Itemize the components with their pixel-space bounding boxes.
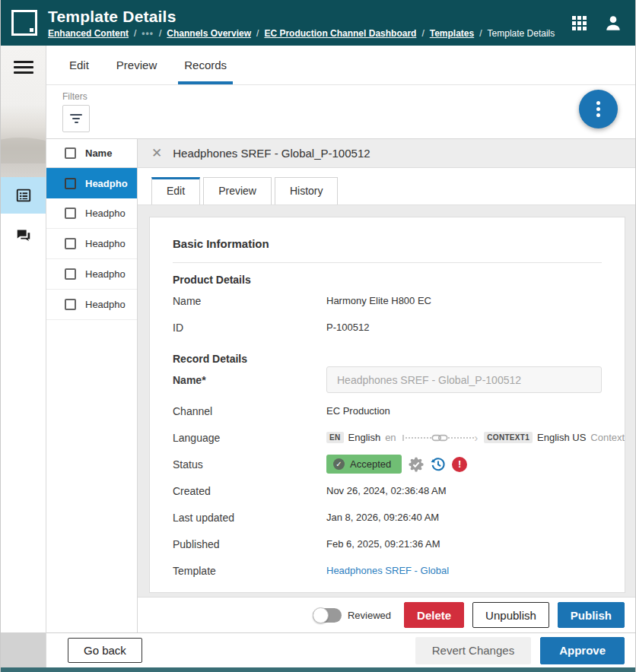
record-name: Headpho: [85, 238, 126, 249]
connector-dots: [448, 437, 474, 439]
field-value: Nov 26, 2024, 02:36:48 AM: [326, 485, 602, 496]
connector-dots: [405, 437, 431, 439]
field-label: Last updated: [173, 512, 326, 524]
field-value: EC Production: [326, 405, 602, 417]
delete-button[interactable]: Delete: [404, 602, 464, 628]
check-circle-icon: ✓: [333, 458, 345, 470]
field-value: P-100512: [326, 322, 602, 333]
name-column-header: Name: [85, 147, 112, 159]
record-row-4[interactable]: Headpho: [46, 259, 137, 290]
detail-tab-history[interactable]: History: [275, 177, 339, 204]
field-value: Feb 6, 2025, 09:21:36 AM: [326, 538, 602, 550]
breadcrumb-separator: /: [256, 28, 259, 39]
detail-tab-edit[interactable]: Edit: [151, 177, 200, 204]
row-checkbox[interactable]: [65, 238, 76, 249]
language-mapping: EN English en: [326, 432, 625, 444]
field-row-channel: Channel EC Production: [173, 398, 602, 424]
go-back-button[interactable]: Go back: [68, 638, 142, 663]
field-value: Jan 8, 2026, 09:26:40 AM: [326, 512, 602, 523]
tab-preview[interactable]: Preview: [106, 46, 167, 84]
field-row-product-id: ID P-100512: [173, 314, 602, 341]
breadcrumb-channels-overview[interactable]: Channels Overview: [167, 28, 251, 39]
sidebar-item-comments[interactable]: [1, 217, 46, 253]
version-history-icon[interactable]: [430, 456, 447, 473]
target-context-badge: CONTEXT1: [484, 432, 533, 443]
records-list-icon: [15, 187, 32, 204]
tab-records[interactable]: Records: [173, 46, 237, 84]
record-row-2[interactable]: Headpho: [46, 198, 137, 229]
comments-chat-icon: [15, 227, 32, 243]
more-actions-fab[interactable]: [579, 90, 618, 128]
record-row-1[interactable]: Headpho: [46, 168, 137, 198]
field-row-template: Template Headphones SREF - Global: [173, 557, 602, 584]
status-text: Accepted: [350, 458, 391, 470]
tab-edit[interactable]: Edit: [59, 46, 100, 84]
page-body: Edit Preview Records Filters: [1, 46, 635, 667]
field-label: Template: [173, 565, 326, 577]
toggle-knob: [313, 607, 329, 623]
filter-button[interactable]: [62, 105, 90, 132]
detail-tab-preview[interactable]: Preview: [203, 177, 272, 204]
revert-changes-button[interactable]: Revert Changes: [415, 637, 531, 664]
unpublish-button[interactable]: Unpublish: [472, 602, 549, 628]
publish-button[interactable]: Publish: [558, 602, 625, 628]
field-value: Harmony Elite H800 EC: [326, 295, 602, 306]
filter-icon: [70, 114, 82, 116]
link-chain-icon: [431, 433, 448, 443]
target-language-name: English US: [537, 432, 586, 443]
record-row-5[interactable]: Headpho: [46, 290, 137, 320]
field-label: Created: [173, 485, 326, 497]
source-language-badge: EN: [326, 432, 344, 443]
row-checkbox[interactable]: [65, 208, 76, 219]
target-context-name: Context1: [590, 432, 625, 443]
row-checkbox[interactable]: [65, 178, 76, 189]
status-badge: ✓ Accepted: [326, 455, 402, 474]
breadcrumb: Enhanced Content / ••• / Channels Overvi…: [48, 28, 563, 39]
detail-header: ✕ Headphones SREF - Global_P-100512: [138, 139, 635, 168]
record-row-3[interactable]: Headpho: [46, 229, 137, 259]
row-checkbox[interactable]: [65, 299, 76, 310]
bottom-teal-strip: [1, 667, 635, 672]
footer-right-buttons: Revert Changes Approve: [415, 637, 625, 664]
verified-seal-icon[interactable]: [408, 456, 425, 473]
sidebar-item-records[interactable]: [1, 177, 46, 214]
breadcrumb-collapsed-ellipsis[interactable]: •••: [142, 28, 154, 39]
template-link[interactable]: Headphones SREF - Global: [326, 565, 449, 576]
field-label: Language: [173, 432, 326, 444]
breadcrumb-enhanced-content[interactable]: Enhanced Content: [48, 28, 129, 39]
approve-button[interactable]: Approve: [540, 637, 625, 664]
connector-tick: [402, 435, 404, 441]
reviewed-toggle[interactable]: [313, 608, 342, 623]
field-row-language: Language EN English en: [173, 424, 602, 451]
filters-label: Filters: [62, 91, 635, 102]
content-row: Name Headpho Headpho Headpho: [46, 138, 635, 632]
filter-bar: Filters: [46, 85, 635, 138]
record-name: Headpho: [85, 299, 126, 310]
source-language-locale: en: [385, 432, 396, 443]
error-alert-icon[interactable]: !: [452, 457, 467, 472]
field-label: ID: [173, 322, 326, 334]
record-name-input[interactable]: [326, 366, 602, 393]
detail-title: Headphones SREF - Global_P-100512: [173, 147, 370, 160]
app-switcher-grid-icon[interactable]: [572, 16, 587, 30]
breadcrumb-templates[interactable]: Templates: [430, 28, 474, 39]
record-name: Headpho: [85, 178, 128, 189]
detail-action-bar: Reviewed Delete Unpublish Publish: [138, 597, 635, 632]
row-checkbox[interactable]: [65, 268, 76, 280]
close-icon[interactable]: ✕: [151, 147, 162, 160]
breadcrumb-separator: /: [134, 28, 136, 39]
hamburger-menu-icon[interactable]: [14, 61, 33, 74]
user-profile-icon[interactable]: [603, 13, 623, 33]
breadcrumb-ec-production-channel-dashboard[interactable]: EC Production Channel Dashboard: [264, 28, 416, 39]
header-text: Template Details Enhanced Content / ••• …: [48, 7, 563, 38]
page-title: Template Details: [48, 7, 563, 26]
records-list: Name Headpho Headpho Headpho: [46, 139, 138, 632]
header-icons: [572, 13, 623, 33]
connector-arrow-icon: ›: [475, 432, 479, 444]
detail-body: Basic Information Product Details Name H…: [138, 204, 635, 597]
field-row-created: Created Nov 26, 2024, 02:36:48 AM: [173, 477, 602, 504]
record-details-heading: Record Details: [173, 353, 602, 365]
select-all-checkbox[interactable]: [65, 147, 76, 159]
sidebar-background-image: [1, 46, 46, 177]
basic-information-card: Basic Information Product Details Name H…: [149, 217, 625, 593]
